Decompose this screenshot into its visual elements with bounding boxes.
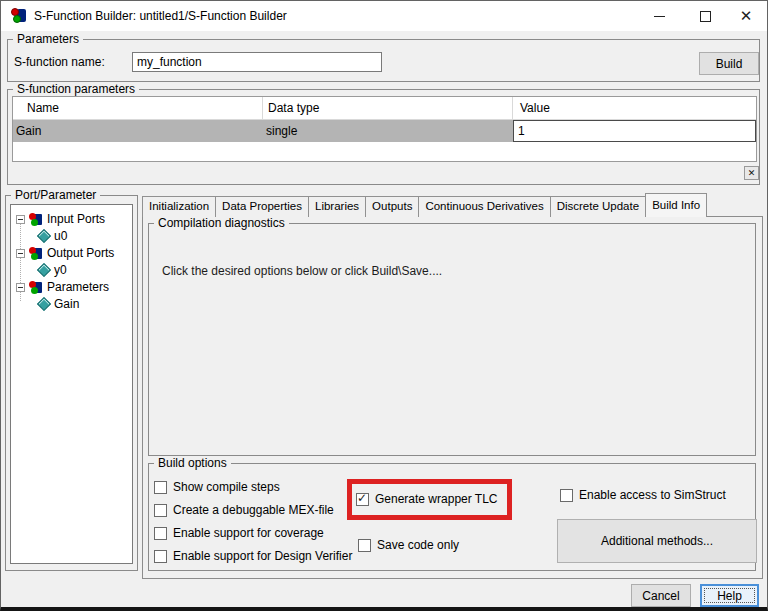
build-button[interactable]: Build: [699, 52, 759, 75]
delete-icon: ✕: [748, 168, 756, 178]
sfunction-block-icon: [29, 247, 42, 260]
cell-datatype[interactable]: single: [263, 120, 513, 142]
maximize-icon: [700, 11, 711, 22]
port-parameter-tree: Input Ports u0 Output Ports y0 Parameter…: [10, 204, 133, 564]
port-diamond-icon: [37, 263, 51, 277]
collapse-icon[interactable]: [16, 215, 25, 224]
checkbox-save-code-only[interactable]: Save code only: [358, 538, 459, 552]
sfunction-parameters-group-label: S-function parameters: [13, 82, 139, 96]
tree-item-u0[interactable]: u0: [11, 228, 67, 244]
column-header-value[interactable]: Value: [513, 97, 756, 119]
port-diamond-icon: [37, 229, 51, 243]
parameters-table: Name Data type Value Gain single 1: [12, 96, 757, 162]
checkbox-create-debuggable-mex[interactable]: Create a debuggable MEX-file: [154, 503, 334, 517]
tab-continuous-derivatives[interactable]: Continuous Derivatives: [419, 196, 550, 217]
checkbox-enable-design-verifier[interactable]: Enable support for Design Verifier: [154, 549, 352, 563]
parameters-group: Parameters S-function name: Build: [7, 39, 760, 82]
cell-name[interactable]: Gain: [13, 120, 263, 142]
tree-item-input-ports[interactable]: Input Ports: [11, 211, 105, 227]
checkbox-icon[interactable]: [154, 527, 167, 540]
collapse-icon[interactable]: [16, 249, 25, 258]
checkbox-icon[interactable]: [356, 493, 369, 506]
help-button[interactable]: Help: [700, 584, 759, 607]
cancel-button[interactable]: Cancel: [631, 584, 691, 607]
sfunction-builder-icon: [11, 8, 26, 23]
checkbox-icon[interactable]: [154, 481, 167, 494]
close-icon: ✕: [740, 7, 753, 25]
build-options-label: Build options: [154, 456, 231, 470]
checkbox-enable-coverage[interactable]: Enable support for coverage: [154, 526, 324, 540]
sfunction-name-input[interactable]: [132, 52, 382, 72]
tree-item-parameters[interactable]: Parameters: [11, 279, 109, 295]
additional-methods-button[interactable]: Additional methods...: [557, 519, 757, 563]
collapse-icon[interactable]: [16, 283, 25, 292]
column-header-datatype[interactable]: Data type: [263, 97, 513, 119]
delete-parameter-button[interactable]: ✕: [744, 166, 759, 180]
checkbox-enable-simstruct[interactable]: Enable access to SimStruct: [560, 488, 726, 502]
tree-item-output-ports[interactable]: Output Ports: [11, 245, 114, 261]
checkbox-icon[interactable]: [154, 550, 167, 563]
checkbox-show-compile-steps[interactable]: Show compile steps: [154, 480, 280, 494]
sfunction-parameters-group: S-function parameters Name Data type Val…: [7, 89, 760, 185]
tree-item-gain[interactable]: Gain: [11, 296, 79, 312]
port-parameter-group: Port/Parameter Input Ports u0 Output Por…: [5, 195, 138, 571]
tab-data-properties[interactable]: Data Properties: [216, 196, 309, 217]
table-row[interactable]: Gain single 1: [13, 120, 756, 142]
checkbox-generate-wrapper-tlc[interactable]: Generate wrapper TLC: [356, 492, 498, 506]
checkbox-icon[interactable]: [560, 489, 573, 502]
sfunction-block-icon: [29, 281, 42, 294]
column-header-name[interactable]: Name: [13, 97, 263, 119]
title-bar[interactable]: S-Function Builder: untitled1/S-Function…: [1, 1, 767, 31]
tab-libraries[interactable]: Libraries: [309, 196, 366, 217]
cell-value[interactable]: 1: [513, 120, 756, 142]
checkbox-icon[interactable]: [154, 504, 167, 517]
close-button[interactable]: ✕: [723, 1, 768, 31]
sfunction-name-label: S-function name:: [14, 55, 105, 69]
sfunction-block-icon: [29, 213, 42, 226]
compilation-diagnostics-group: Compilation diagnostics Click the desire…: [148, 223, 756, 456]
minimize-icon: [654, 16, 665, 17]
tree-item-y0[interactable]: y0: [11, 262, 67, 278]
maximize-button[interactable]: [682, 1, 728, 31]
build-options-group: Build options Show compile steps Create …: [148, 463, 756, 571]
table-header: Name Data type Value: [13, 97, 756, 120]
tab-build-info[interactable]: Build Info: [645, 193, 707, 217]
tab-initialization[interactable]: Initialization: [142, 196, 216, 217]
port-parameter-group-label: Port/Parameter: [11, 188, 100, 202]
minimize-button[interactable]: [636, 1, 682, 31]
port-diamond-icon: [37, 297, 51, 311]
checkbox-icon[interactable]: [358, 539, 371, 552]
tab-outputs[interactable]: Outputs: [366, 196, 419, 217]
sfunction-builder-dialog: S-Function Builder: untitled1/S-Function…: [0, 0, 768, 611]
compilation-diagnostics-label: Compilation diagnostics: [154, 216, 289, 230]
window-title: S-Function Builder: untitled1/S-Function…: [34, 9, 287, 23]
tab-discrete-update[interactable]: Discrete Update: [551, 196, 646, 217]
compilation-message: Click the desired options below or click…: [162, 264, 442, 278]
parameters-group-label: Parameters: [13, 32, 83, 46]
tab-bar: Initialization Data Properties Libraries…: [142, 195, 707, 217]
